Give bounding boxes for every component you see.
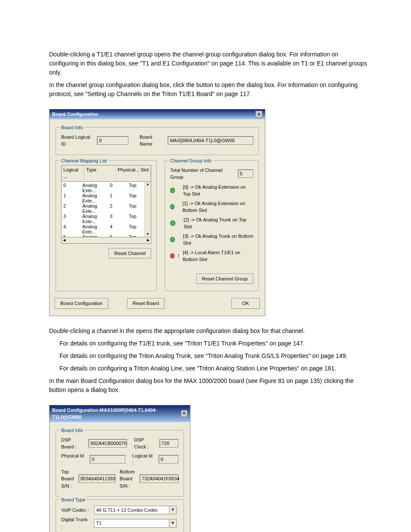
text-fragment: button opens a dialog box. — [49, 386, 120, 393]
total-channel-group-field: 5 — [238, 169, 253, 178]
group-legend: Board Info — [59, 124, 85, 131]
table-row[interactable]: 3Analog Exte...3Top — [62, 214, 151, 224]
board-type-group: Board Type VoIP Codec : 48 G.711 + 12 Co… — [56, 499, 184, 532]
status-row[interactable]: [2] -> Ok Analog Trunk on Top Slot — [170, 216, 253, 230]
status-dot-icon — [170, 253, 174, 258]
text-fragment: In the main Board Configuration dialog b… — [49, 377, 354, 384]
text-fragment: button to open the — [196, 81, 247, 88]
mapping-list[interactable]: 0Analog Exte...0Top1Analog Exte...1Top2A… — [61, 182, 151, 237]
group-legend: Board Type — [59, 496, 87, 504]
bullet-item: For details on configuring a Triton Anal… — [59, 364, 368, 373]
body-paragraph: In the channel group configuration dialo… — [49, 81, 368, 99]
reset-channel-group-button[interactable]: Reset Channel Group — [196, 274, 253, 284]
digital-trunk-select[interactable]: T1 ▼ — [94, 519, 177, 528]
status-text: [3] -> Ok Analog Trunk on Bottom Slot — [183, 233, 253, 247]
channel-mapping-group: Channel Mapping List Logical ... Type Ph… — [56, 160, 157, 292]
dsp-board-label: DSP Board : — [61, 436, 84, 451]
ok-button[interactable]: OK — [231, 298, 260, 309]
group-legend: Channel Group Info — [168, 157, 213, 165]
status-row[interactable]: [3] -> Ok Analog Trunk on Bottom Slot — [170, 233, 253, 247]
digital-trunk-value: T1 — [94, 520, 169, 527]
close-icon[interactable]: X — [255, 111, 262, 118]
dialog-title: Board Configuration-MAX1000R[0404-T1,040… — [52, 407, 181, 421]
reset-board-button[interactable]: Reset Board — [127, 298, 165, 309]
board-logical-id-label: Board Logical ID — [61, 134, 93, 148]
channel-group-info-group: Channel Group Info Total Number of Chann… — [165, 160, 259, 292]
body-paragraph: Double-clicking a channel in the opens t… — [49, 327, 368, 336]
scroll-down-icon[interactable]: ▼ — [146, 232, 149, 237]
status-row[interactable]: [0] -> Ok Analog Extension on Top Slot — [170, 184, 253, 198]
status-dot-icon — [170, 221, 175, 226]
table-row[interactable]: 2Analog Exte...2Top — [62, 203, 151, 214]
board-info-group: Board Info DSP Board : 802A4CB000070 DSP… — [56, 430, 184, 497]
table-row[interactable]: 5Analog Exte...5Top — [62, 234, 151, 237]
status-text: [4] -> Local Alarm T1/E1 on Bottom Slot — [183, 249, 253, 263]
scrollbar-vertical[interactable]: ▲ ▼ — [144, 182, 151, 237]
board-name-field: MAX[0804,0404-T1]-0@GW00 — [168, 136, 253, 145]
bullet-item: For details on configuring the Triton An… — [59, 352, 368, 361]
warning-icon: ! — [177, 252, 180, 260]
table-row[interactable]: 1Analog Exte...1Top — [62, 193, 151, 203]
bullet-item: For details on configuring the T1/E1 tru… — [59, 339, 368, 348]
status-text: [1] -> Ok Analog Extension on Bottom Slo… — [182, 200, 253, 214]
total-channel-group-label: Total Number of Channel Group — [170, 167, 234, 181]
col-physical[interactable]: Physical... — [116, 165, 139, 181]
board-configuration-max-dialog: Board Configuration-MAX1000R[0404-T1,040… — [49, 405, 190, 532]
chevron-down-icon[interactable]: ▼ — [169, 520, 176, 527]
dsp-board-field: 802A4CB000070 — [88, 439, 127, 448]
reset-channel-button[interactable]: Reset Channel — [109, 248, 151, 259]
board-info-group: Board Info Board Logical ID 0 Board Name… — [56, 127, 259, 155]
status-dot-icon — [170, 237, 175, 242]
dsp-clock-label: DSP Clock : — [134, 436, 155, 451]
close-icon[interactable]: X — [181, 410, 187, 417]
board-name-label: Board Name — [140, 134, 163, 148]
text-fragment: Double-clicking a channel in the — [49, 327, 136, 334]
bottom-board-sn-label: Bottom Board S/N : — [120, 468, 135, 490]
board-logical-id-field: 0 — [97, 136, 128, 145]
scroll-right-icon[interactable]: ▶ — [146, 238, 151, 243]
top-board-sn-field: 803A640411393 — [78, 474, 115, 483]
status-text: [0] -> Ok Analog Extension on Top Slot — [183, 184, 253, 198]
col-slot[interactable]: Slot — [139, 165, 151, 181]
status-row[interactable]: [1] -> Ok Analog Extension on Bottom Slo… — [170, 200, 253, 214]
dsp-clock-field: 720 — [159, 439, 178, 448]
logical-id-field: 0 — [159, 455, 178, 464]
dialog-title: Board Configuration — [52, 111, 98, 118]
status-dot-icon — [170, 204, 174, 209]
digital-trunk-label: Digital Trunk : — [61, 516, 90, 530]
group-legend: Channel Mapping List — [59, 157, 109, 165]
physical-id-field: 0 — [90, 455, 125, 464]
col-type[interactable]: Type — [84, 165, 116, 181]
text-fragment: opens the appropriate configuration dial… — [136, 327, 305, 334]
table-row[interactable]: 0Analog Exte...0Top — [62, 183, 151, 193]
board-configuration-dialog: Board Configuration X Board Info Board L… — [49, 109, 265, 316]
dialog-titlebar: Board Configuration X — [50, 109, 265, 119]
status-dot-icon — [170, 188, 175, 193]
col-logical[interactable]: Logical ... — [62, 165, 84, 181]
scrollbar-horizontal[interactable]: ◀ ▶ — [61, 237, 151, 244]
body-paragraph: Double-clicking a T1/E1 channel group op… — [49, 50, 368, 77]
status-row[interactable]: ![4] -> Local Alarm T1/E1 on Bottom Slot — [170, 249, 253, 263]
table-row[interactable]: 4Analog Exte...4Top — [62, 224, 151, 234]
text-fragment: In the channel group configuration dialo… — [49, 81, 196, 88]
scroll-left-icon[interactable]: ◀ — [62, 238, 67, 243]
mapping-list-header[interactable]: Logical ... Type Physical... Slot — [61, 165, 151, 182]
chevron-down-icon[interactable]: ▼ — [169, 506, 176, 514]
group-legend: Board Info — [59, 427, 85, 434]
body-paragraph: In the main Board Configuration dialog b… — [49, 376, 368, 395]
voip-codec-value: 48 G.711 + 12 Combo Codec — [94, 507, 169, 514]
board-configuration-button[interactable]: Board Configuration — [55, 298, 108, 309]
dialog-titlebar: Board Configuration-MAX1000R[0404-T1,040… — [50, 405, 190, 422]
bottom-board-sn-field: 732A54041F0534 — [140, 474, 178, 483]
physical-id-label: Physical Id : — [61, 452, 85, 467]
scroll-up-icon[interactable]: ▲ — [146, 182, 149, 187]
top-board-sn-label: Top Board S/N : — [61, 468, 74, 490]
voip-codec-select[interactable]: 48 G.711 + 12 Combo Codec ▼ — [94, 506, 177, 514]
voip-codec-label: VoIP Codec : — [61, 507, 90, 514]
status-text: [2] -> Ok Analog Trunk on Top Slot — [184, 216, 253, 230]
logical-id-label: Logical Id : — [132, 452, 154, 467]
